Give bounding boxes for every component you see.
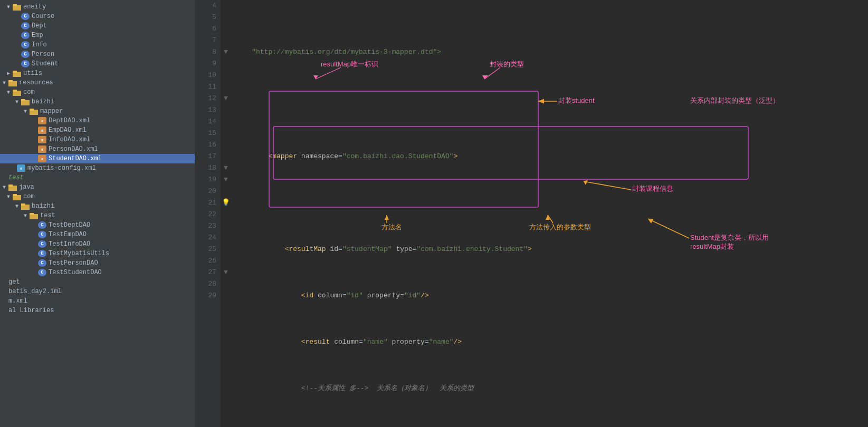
svg-line-24 bbox=[484, 67, 500, 79]
sidebar-item-batis-iml[interactable]: batis_day2.iml bbox=[0, 287, 195, 296]
folder-icon bbox=[30, 212, 38, 219]
svg-marker-39 bbox=[546, 215, 550, 220]
code-line-5 bbox=[235, 93, 868, 104]
svg-rect-9 bbox=[21, 99, 25, 101]
sidebar-item-label: mapper bbox=[40, 108, 63, 115]
java-icon: C bbox=[21, 41, 30, 48]
sidebar-item-label: Emp bbox=[32, 32, 43, 39]
code-line-9: <id column="id" property="id"/> bbox=[235, 278, 868, 290]
svg-line-21 bbox=[316, 67, 341, 79]
expand-arrow: ▼ bbox=[4, 4, 13, 10]
sidebar-item-Emp[interactable]: C Emp bbox=[0, 31, 195, 40]
expand-arrow: ▶ bbox=[4, 70, 13, 76]
svg-rect-17 bbox=[21, 203, 25, 206]
xml-icon: x bbox=[38, 136, 46, 143]
sidebar-item-label: TestPersonDAO bbox=[49, 259, 98, 267]
sidebar-item-Person[interactable]: C Person bbox=[0, 50, 195, 59]
sidebar-item-label: PersonDAO.xml bbox=[49, 145, 98, 153]
annotations-svg: resultMap唯一标识 封装的类型 封装student 关系内部封装的类型（… bbox=[231, 0, 864, 427]
svg-rect-1 bbox=[13, 4, 17, 6]
sidebar-item-get[interactable]: get bbox=[0, 277, 195, 287]
sidebar-item-StudentDAO[interactable]: x StudentDAO.xml bbox=[0, 154, 195, 163]
java-icon: C bbox=[21, 13, 30, 20]
sidebar-item-label: Dept bbox=[32, 22, 47, 30]
sidebar-item-com-java[interactable]: ▼ com bbox=[0, 192, 195, 201]
java-icon: C bbox=[38, 240, 46, 248]
svg-marker-33 bbox=[584, 180, 588, 185]
sidebar-item-Dept[interactable]: C Dept bbox=[0, 21, 195, 31]
gutter: ▼ ▼ ▼ ▼ 💡 ▼ bbox=[221, 0, 231, 427]
file-tree[interactable]: ▼ eneity C Course C Dept C Emp C Info C … bbox=[0, 0, 195, 427]
sidebar-item-Info[interactable]: C Info bbox=[0, 40, 195, 50]
code-content[interactable]: "http://mybatis.org/dtd/mybatis-3-mapper… bbox=[231, 0, 868, 427]
sidebar-item-baizhi-java[interactable]: ▼ baizhi bbox=[0, 201, 195, 211]
expand-arrow: ▼ bbox=[13, 203, 21, 209]
sidebar-item-label: InfoDAO.xml bbox=[49, 136, 90, 143]
sidebar-item-test-java[interactable]: ▼ test bbox=[0, 211, 195, 220]
sidebar-item-TestStudentDAO[interactable]: C TestStudentDAO bbox=[0, 268, 195, 277]
sidebar-item-TestMybatisUtils[interactable]: C TestMybatisUtils bbox=[0, 249, 195, 258]
folder-icon bbox=[13, 70, 21, 77]
svg-marker-22 bbox=[313, 75, 318, 79]
svg-rect-5 bbox=[8, 80, 13, 82]
sidebar-item-TestInfoDAO[interactable]: C TestInfoDAO bbox=[0, 239, 195, 249]
java-icon: C bbox=[21, 32, 30, 39]
sidebar-item-eneity[interactable]: ▼ eneity bbox=[0, 2, 195, 12]
sidebar-item-EmpDAO[interactable]: x EmpDAO.xml bbox=[0, 125, 195, 135]
sidebar-item-mybatis-config[interactable]: x mybatis-config.xml bbox=[0, 163, 195, 173]
folder-icon bbox=[13, 89, 21, 96]
sidebar-item-label: DeptDAO.xml bbox=[49, 117, 90, 124]
sidebar-item-label: batis_day2.iml bbox=[8, 288, 62, 295]
svg-text:resultMap封装: resultMap封装 bbox=[690, 242, 734, 250]
expand-arrow: ▼ bbox=[0, 80, 8, 86]
sidebar-item-label: test bbox=[8, 174, 24, 181]
sidebar-item-label: al Libraries bbox=[8, 307, 54, 314]
sidebar-item-mapper-res[interactable]: ▼ mapper bbox=[0, 106, 195, 116]
sidebar-item-resources[interactable]: ▼ resources bbox=[0, 78, 195, 88]
sidebar-item-TestPersonDAO[interactable]: C TestPersonDAO bbox=[0, 258, 195, 268]
code-line-6: <mapper namespace="com.baizhi.dao.Studen… bbox=[235, 139, 868, 151]
xml-icon: x bbox=[38, 155, 46, 162]
svg-rect-3 bbox=[13, 71, 17, 73]
expand-arrow: ▼ bbox=[21, 109, 30, 114]
xml-blue-icon: x bbox=[17, 164, 25, 172]
sidebar-item-InfoDAO[interactable]: x InfoDAO.xml bbox=[0, 135, 195, 144]
sidebar-item-m-xml[interactable]: m.xml bbox=[0, 296, 195, 306]
java-icon: C bbox=[38, 250, 46, 257]
java-icon: C bbox=[38, 259, 46, 267]
sidebar-item-label: test bbox=[40, 212, 55, 219]
sidebar-item-Course[interactable]: C Course bbox=[0, 12, 195, 21]
svg-rect-15 bbox=[13, 194, 17, 196]
sidebar-item-label: Course bbox=[32, 13, 54, 20]
sidebar-item-label: EmpDAO.xml bbox=[49, 127, 87, 134]
java-icon: C bbox=[38, 221, 46, 229]
sidebar-item-label: TestInfoDAO bbox=[49, 240, 90, 248]
sidebar-item-test[interactable]: test bbox=[0, 173, 195, 182]
sidebar-item-al-libraries[interactable]: al Libraries bbox=[0, 306, 195, 315]
folder-icon bbox=[13, 3, 21, 11]
sidebar-item-TestDeptDAO[interactable]: C TestDeptDAO bbox=[0, 220, 195, 230]
svg-rect-19 bbox=[30, 213, 34, 215]
sidebar-item-PersonDAO[interactable]: x PersonDAO.xml bbox=[0, 144, 195, 154]
sidebar-item-TestEmpDAO[interactable]: C TestEmpDAO bbox=[0, 230, 195, 239]
svg-text:resultMap唯一标识: resultMap唯一标识 bbox=[321, 60, 378, 68]
svg-rect-11 bbox=[30, 109, 34, 111]
sidebar-item-baizhi-res[interactable]: ▼ baizhi bbox=[0, 97, 195, 106]
code-line-7 bbox=[235, 186, 868, 197]
svg-text:封装的类型: 封装的类型 bbox=[490, 60, 524, 68]
sidebar-item-label: java bbox=[19, 183, 34, 191]
sidebar-item-utils[interactable]: ▶ utils bbox=[0, 69, 195, 78]
sidebar-item-java[interactable]: ▼ java bbox=[0, 182, 195, 192]
line-numbers: 4 5 6 7 8 9 10 11 12 13 14 15 16 17 18 1… bbox=[195, 0, 221, 427]
java-icon: C bbox=[21, 51, 30, 58]
sidebar-item-Student[interactable]: C Student bbox=[0, 59, 195, 69]
svg-marker-25 bbox=[482, 75, 488, 79]
code-editor[interactable]: 4 5 6 7 8 9 10 11 12 13 14 15 16 17 18 1… bbox=[195, 0, 868, 427]
sidebar-item-DeptDAO[interactable]: x DeptDAO.xml bbox=[0, 116, 195, 125]
sidebar-item-com-res[interactable]: ▼ com bbox=[0, 88, 195, 97]
folder-icon bbox=[30, 108, 38, 115]
xml-icon: x bbox=[38, 127, 46, 134]
folder-icon bbox=[21, 98, 30, 105]
folder-icon bbox=[21, 202, 30, 210]
sidebar-item-label: Person bbox=[32, 51, 54, 58]
